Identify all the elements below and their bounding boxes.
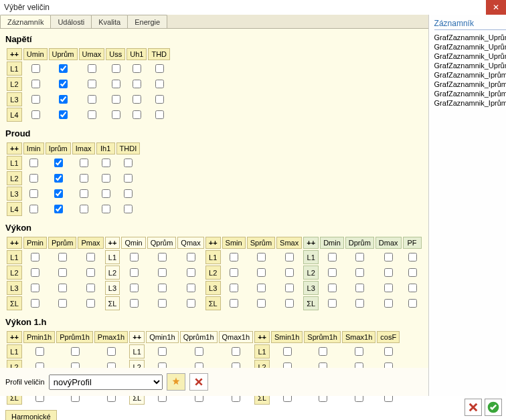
checkbox[interactable] <box>71 347 80 356</box>
row-header[interactable]: L1 <box>105 250 120 264</box>
delete-button[interactable] <box>189 373 208 391</box>
select-all-button[interactable]: ++ <box>303 237 319 249</box>
checkbox[interactable] <box>80 205 88 213</box>
col-header[interactable]: Smax1h <box>342 331 375 343</box>
checkbox[interactable] <box>112 110 120 119</box>
row-header[interactable]: L1 <box>7 344 22 358</box>
row-header[interactable]: L2 <box>303 266 319 280</box>
checkbox[interactable] <box>155 80 164 88</box>
checkbox[interactable] <box>86 284 95 292</box>
select-all-button[interactable]: ++ <box>7 331 22 343</box>
tab-zaznamnik[interactable]: Záznamník <box>0 15 51 28</box>
row-header[interactable]: L4 <box>7 202 22 216</box>
row-header[interactable]: L1 <box>205 250 221 264</box>
checkbox[interactable] <box>130 253 139 261</box>
row-header[interactable]: L3 <box>7 187 22 201</box>
select-all-button[interactable]: ++ <box>205 237 221 249</box>
checkbox[interactable] <box>384 253 393 261</box>
col-header[interactable]: Smin1h <box>271 331 303 343</box>
checkbox[interactable] <box>58 268 67 277</box>
select-all-button[interactable]: ++ <box>7 237 22 249</box>
row-header[interactable]: ΣL <box>205 296 221 310</box>
cancel-button[interactable] <box>465 399 482 416</box>
side-item[interactable]: GrafZaznamnik_Iprům_L4 <box>432 98 506 108</box>
checkbox[interactable] <box>257 268 266 277</box>
col-header[interactable]: Qprům1h <box>180 331 218 343</box>
checkbox[interactable] <box>31 95 40 104</box>
row-header[interactable]: L1 <box>254 344 270 358</box>
row-header[interactable]: L1 <box>7 156 22 170</box>
checkbox[interactable] <box>112 80 120 88</box>
checkbox[interactable] <box>86 299 95 308</box>
checkbox[interactable] <box>124 189 133 198</box>
checkbox[interactable] <box>230 253 238 261</box>
checkbox[interactable] <box>29 189 38 198</box>
row-header[interactable]: L4 <box>7 108 22 122</box>
checkbox[interactable] <box>133 95 141 104</box>
row-header[interactable]: L1 <box>303 250 319 264</box>
checkbox[interactable] <box>31 110 40 119</box>
col-header[interactable]: Pmin1h <box>23 331 55 343</box>
select-all-button[interactable]: ++ <box>129 331 145 343</box>
checkbox[interactable] <box>158 347 167 356</box>
checkbox[interactable] <box>102 174 110 183</box>
checkbox[interactable] <box>59 110 68 119</box>
checkbox[interactable] <box>158 253 167 261</box>
col-header[interactable]: Dmin <box>320 237 344 249</box>
select-all-button[interactable]: ++ <box>254 331 270 343</box>
row-header[interactable]: L3 <box>105 281 120 295</box>
checkbox[interactable] <box>408 253 417 261</box>
checkbox[interactable] <box>285 253 294 261</box>
checkbox[interactable] <box>86 268 95 277</box>
col-header[interactable]: Iprům <box>46 142 71 154</box>
checkbox[interactable] <box>31 253 39 261</box>
checkbox[interactable] <box>187 284 195 292</box>
col-header[interactable]: Ih1 <box>96 142 115 154</box>
checkbox[interactable] <box>54 174 63 183</box>
checkbox[interactable] <box>257 253 266 261</box>
col-header[interactable]: Pmin <box>23 237 47 249</box>
checkbox[interactable] <box>54 159 63 167</box>
checkbox[interactable] <box>31 299 39 308</box>
row-header[interactable]: ΣL <box>7 296 22 310</box>
col-header[interactable]: Sprům1h <box>304 331 341 343</box>
col-header[interactable]: Uh1 <box>126 48 147 60</box>
checkbox[interactable] <box>155 110 164 119</box>
checkbox[interactable] <box>88 110 96 119</box>
checkbox[interactable] <box>88 95 96 104</box>
checkbox[interactable] <box>328 268 337 277</box>
checkbox[interactable] <box>35 347 44 356</box>
checkbox[interactable] <box>102 205 110 213</box>
checkbox[interactable] <box>58 253 67 261</box>
checkbox[interactable] <box>124 205 133 213</box>
checkbox[interactable] <box>230 268 238 277</box>
row-header[interactable]: L2 <box>205 266 221 280</box>
col-header[interactable]: Qmax <box>177 237 203 249</box>
checkbox[interactable] <box>130 284 139 292</box>
col-header[interactable]: Pprům <box>48 237 76 249</box>
checkbox[interactable] <box>80 189 88 198</box>
row-header[interactable]: L2 <box>7 266 22 280</box>
col-header[interactable]: PF <box>403 237 422 249</box>
col-header[interactable]: Pprům1h <box>56 331 93 343</box>
checkbox[interactable] <box>54 189 63 198</box>
side-item[interactable]: GrafZaznamnik_Uprům_L4 <box>432 61 506 70</box>
checkbox[interactable] <box>133 110 141 119</box>
checkbox[interactable] <box>355 268 364 277</box>
tab-udalosti[interactable]: Události <box>50 15 92 28</box>
checkbox[interactable] <box>88 80 96 88</box>
col-header[interactable]: Qmin <box>121 237 145 249</box>
row-header[interactable]: L1 <box>7 62 22 76</box>
col-header[interactable]: THD <box>148 48 170 60</box>
star-button[interactable] <box>167 373 185 391</box>
col-header[interactable]: Sprům <box>247 237 275 249</box>
col-header[interactable]: Imin <box>23 142 44 154</box>
col-header[interactable]: Imax <box>72 142 95 154</box>
profile-select[interactable]: novýProfil <box>49 375 163 390</box>
checkbox[interactable] <box>187 253 195 261</box>
checkbox[interactable] <box>88 64 96 73</box>
checkbox[interactable] <box>130 299 139 308</box>
side-item[interactable]: GrafZaznamnik_Uprům_L3 <box>432 51 506 61</box>
row-header[interactable]: L3 <box>205 281 221 295</box>
row-header[interactable]: L2 <box>105 266 120 280</box>
